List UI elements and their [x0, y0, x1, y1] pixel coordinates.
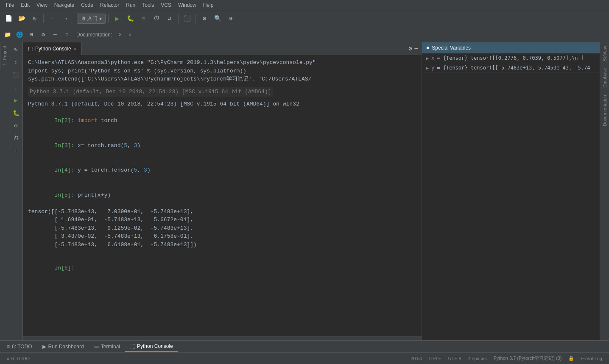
database-label[interactable]: Database: [601, 64, 609, 91]
doc-tab-x[interactable]: ×: [116, 31, 124, 39]
main-toolbar: 📄 📂 ↻ ← → 🖥 入门 ▾ ▶ 🐛 ☑ ⏱ ⇄ ⬛ ⚙ 🔍 ⚒: [0, 10, 609, 27]
console-minimize-icon[interactable]: ─: [415, 45, 418, 52]
documentation-side-label[interactable]: Documentation: [601, 92, 609, 130]
toolbar-sep-1: [43, 14, 44, 23]
statusbar-todo-label: 6: TODO: [11, 356, 30, 361]
bottom-tab-terminal[interactable]: ▭ Terminal: [89, 341, 125, 352]
menu-code[interactable]: Code: [78, 1, 96, 9]
console-tab-close[interactable]: ×: [74, 46, 76, 51]
statusbar-interpreter[interactable]: Python 3.7 (Pytorch学习笔记) (3): [490, 355, 565, 361]
sidebar-run-icon[interactable]: ▶: [11, 95, 22, 106]
run-config-dropdown[interactable]: 🖥 入门 ▾: [77, 14, 106, 24]
doc-tab-x2[interactable]: ×: [126, 31, 134, 39]
statusbar-todo-item[interactable]: ≡ 6: TODO: [3, 353, 33, 364]
sidebar-down-icon[interactable]: ↓: [11, 82, 22, 93]
bottom-tab-todo[interactable]: ≡ 6: TODO: [2, 341, 37, 352]
statusbar-crlf[interactable]: CRLF: [426, 356, 445, 361]
profile-btn[interactable]: ⏱: [151, 13, 162, 25]
scview-label[interactable]: ScView: [601, 42, 609, 64]
console-area: ⬚ Python Console × ⚙ ─ C:\Users\ATLAS\An…: [23, 42, 422, 340]
indent-display: 4 spaces: [468, 356, 487, 361]
python-console-label: Python Console: [137, 343, 173, 349]
toolbar-sep-5: [196, 14, 196, 23]
documentation-label: Documentation:: [74, 31, 115, 39]
forward-btn[interactable]: →: [59, 13, 71, 25]
cmd-path-line2: sys.path.extend(['C:\\Users\\ATLAS\\Pych…: [28, 75, 416, 83]
sidebar-up-icon[interactable]: ↕: [11, 57, 22, 68]
version-banner: Python 3.7.1 (default, Dec 10 2018, 22:5…: [28, 87, 273, 97]
stop-btn[interactable]: ⬛: [181, 13, 193, 25]
variable-y-item[interactable]: ▶ y = {Tensor} tensor([[-5.7483e+13, 5.7…: [422, 63, 600, 73]
sync-btn[interactable]: ↻: [29, 13, 41, 25]
in6-line[interactable]: In[6]:: [28, 256, 416, 281]
var-x-value: = {Tensor} tensor([[0.2776, 0.7039, 0.50…: [437, 55, 584, 61]
var-x-arrow: ▶: [426, 56, 429, 61]
python-console-icon: ⬚: [130, 343, 135, 349]
toolbar-sep-4: [178, 14, 179, 23]
debug-btn[interactable]: 🐛: [124, 13, 136, 25]
statusbar-event-log[interactable]: Event Log: [578, 356, 606, 361]
secondary-toolbar: 📁 🌐 ⊞ ⚙ ─ ≡ Documentation: × ×: [0, 27, 609, 42]
menu-navigate[interactable]: Navigate: [52, 1, 77, 9]
settings2-btn[interactable]: ⚙: [38, 30, 48, 40]
console-tab-title: Python Console: [35, 46, 71, 52]
variable-x-item[interactable]: ▶ x = {Tensor} tensor([[0.2776, 0.7039, …: [422, 53, 600, 63]
search-btn[interactable]: 🔍: [212, 13, 223, 25]
interpreter-display: Python 3.7 (Pytorch学习笔记) (3): [494, 355, 562, 361]
bottom-tab-python-console[interactable]: ⬚ Python Console: [125, 341, 178, 352]
variables-panel-header: ■ Special Variables: [422, 42, 600, 53]
back-btn[interactable]: ←: [46, 13, 58, 25]
statusbar-time[interactable]: 20:50: [407, 356, 426, 361]
concurrency-btn[interactable]: ⇄: [164, 13, 176, 25]
console-settings-icon[interactable]: ⚙: [408, 45, 412, 52]
menu-view[interactable]: View: [34, 1, 50, 9]
menu-tools[interactable]: Tools: [140, 1, 156, 9]
cmd-import-line: import sys; print('Python %s on %s' % (s…: [28, 67, 416, 75]
run-config-label: 入门: [87, 15, 98, 22]
left-sidebar: ↻ ↕ ⬛ ↓ ▶ 🐛 ⚙ ⏱ +: [9, 42, 23, 340]
statusbar-lock-icon[interactable]: 🔒: [565, 356, 578, 361]
misc-btn[interactable]: ⚒: [225, 13, 237, 25]
dropdown-arrow-icon: ▾: [99, 16, 102, 22]
lock-icon: 🔒: [568, 356, 574, 361]
console-hscrollbar[interactable]: [23, 336, 422, 340]
output-line2: [ 1.6949e-01, -5.7483e+13, 5.6672e-01],: [28, 216, 416, 224]
statusbar-indent[interactable]: 4 spaces: [465, 356, 490, 361]
new-file-btn[interactable]: 📄: [3, 13, 14, 25]
sidebar-reload-icon[interactable]: ↻: [11, 44, 22, 55]
browser-btn[interactable]: 🌐: [14, 30, 25, 40]
version-line: Python 3.7.1 (default, Dec 10 2018, 22:5…: [28, 100, 416, 108]
settings-btn[interactable]: ⚙: [198, 13, 210, 25]
run-dashboard-label: Run Dashboard: [48, 344, 84, 350]
menu-help[interactable]: Help: [201, 1, 216, 9]
run-btn[interactable]: ▶: [111, 13, 123, 25]
var-y-name: y: [431, 65, 434, 71]
encoding-display: UTF-8: [448, 356, 461, 361]
sidebar-clock-icon[interactable]: ⏱: [11, 133, 22, 144]
statusbar-encoding[interactable]: UTF-8: [444, 356, 464, 361]
console-tab-icon: ⬚: [28, 46, 33, 52]
sidebar-bug-icon[interactable]: 🐛: [11, 108, 22, 119]
menu-file[interactable]: File: [3, 1, 17, 9]
open-btn[interactable]: 📂: [16, 13, 28, 25]
menu-refactor[interactable]: Refactor: [98, 1, 122, 9]
python-console-tab[interactable]: ⬚ Python Console ×: [23, 42, 82, 55]
minimize-btn[interactable]: ─: [50, 30, 60, 40]
bottom-tab-run-dashboard[interactable]: ▶ Run Dashboard: [37, 341, 89, 352]
console-output: C:\Users\ATLAS\Anaconda3\python.exe "G:\…: [23, 55, 422, 336]
sidebar-settings-icon[interactable]: ⚙: [11, 120, 22, 131]
sidebar-add-icon[interactable]: +: [11, 146, 22, 157]
coverage-btn[interactable]: ☑: [137, 13, 149, 25]
folder-btn[interactable]: 📁: [3, 30, 13, 40]
project-tab-label[interactable]: 1: Project: [0, 42, 9, 69]
todo-icon: ≡: [7, 344, 10, 350]
menu-edit[interactable]: Edit: [18, 1, 32, 9]
numbered-btn[interactable]: ≡: [62, 30, 72, 40]
menu-run[interactable]: Run: [123, 1, 138, 9]
split-btn[interactable]: ⊞: [26, 30, 36, 40]
output-line3: [-5.7483e+13, 9.1259e-02, -5.7483e+13],: [28, 224, 416, 233]
sidebar-stop-icon[interactable]: ⬛: [11, 69, 22, 81]
menu-window[interactable]: Window: [176, 1, 199, 9]
menu-vcs[interactable]: VCS: [158, 1, 174, 9]
statusbar: ≡ 6: TODO 20:50 CRLF UTF-8 4 spaces Pyth…: [0, 352, 609, 364]
